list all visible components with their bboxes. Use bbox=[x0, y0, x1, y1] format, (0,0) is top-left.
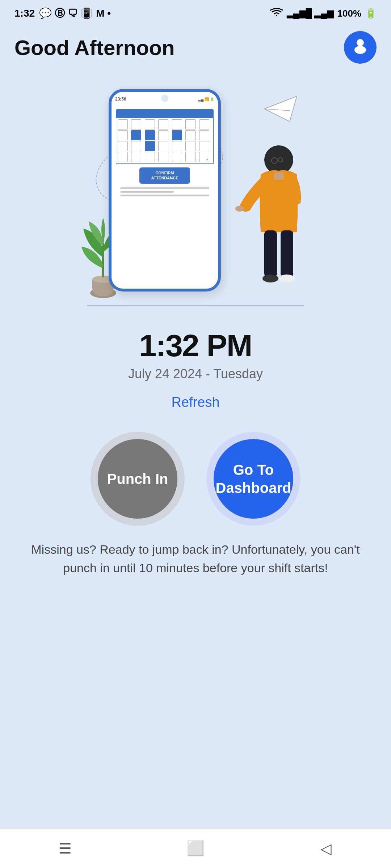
cal-cell: ✓ bbox=[199, 152, 209, 162]
header: Good Afternoon bbox=[0, 24, 391, 67]
cal-cell bbox=[199, 130, 209, 140]
cal-cell-blue bbox=[131, 130, 141, 140]
cal-cell bbox=[185, 141, 196, 151]
status-left: 1:32 💬 Ⓑ 🗨 📳 M • bbox=[14, 7, 111, 20]
cal-cell bbox=[118, 141, 128, 151]
time-section: 1:32 PM July 24 2024 - Tuesday Refresh bbox=[0, 313, 391, 410]
refresh-button[interactable]: Refresh bbox=[171, 395, 219, 410]
current-time: 1:32 PM bbox=[14, 328, 377, 363]
cal-cell bbox=[118, 119, 128, 129]
cal-cell bbox=[158, 119, 168, 129]
illustration-container: 23:56 ▂▄ 📶 🔋 bbox=[87, 82, 304, 313]
illustration-area: 23:56 ▂▄ 📶 🔋 bbox=[0, 67, 391, 313]
cal-cell-blue bbox=[145, 130, 155, 140]
phone-content: ✓ CONFIRMATTENDANCE bbox=[112, 106, 218, 202]
cal-cell bbox=[172, 152, 182, 162]
buttons-row: Punch In Go To Dashboard bbox=[0, 410, 391, 537]
warning-message: Missing us? Ready to jump back in? Unfor… bbox=[0, 537, 391, 592]
svg-rect-10 bbox=[274, 173, 283, 180]
svg-point-11 bbox=[235, 206, 244, 212]
cal-cell bbox=[131, 119, 141, 129]
status-bar: 1:32 💬 Ⓑ 🗨 📳 M • ▂▄▆█ ▂▄▆ 100% 🔋 bbox=[0, 0, 391, 24]
cal-cell-blue bbox=[145, 141, 155, 151]
status-time: 1:32 bbox=[14, 8, 35, 19]
phone-mockup: 23:56 ▂▄ 📶 🔋 bbox=[109, 89, 221, 292]
calendar-grid: ✓ bbox=[116, 118, 214, 164]
cal-cell bbox=[131, 152, 141, 162]
cal-cell bbox=[118, 152, 128, 162]
user-icon bbox=[351, 36, 369, 59]
cal-cell bbox=[185, 152, 196, 162]
cal-cell bbox=[145, 119, 155, 129]
svg-point-1 bbox=[354, 46, 366, 54]
cal-cell bbox=[158, 152, 168, 162]
current-date: July 24 2024 - Tuesday bbox=[14, 366, 377, 382]
cal-cell bbox=[158, 130, 168, 140]
back-nav-button[interactable]: ◁ bbox=[311, 834, 340, 863]
bottom-navigation: ☰ ⬜ ◁ bbox=[0, 828, 391, 868]
svg-marker-5 bbox=[264, 96, 297, 122]
cal-cell bbox=[185, 130, 196, 140]
svg-point-14 bbox=[262, 275, 278, 282]
phone-notch bbox=[161, 95, 168, 102]
svg-rect-12 bbox=[264, 230, 277, 277]
signal-icons: ▂▄▆█ ▂▄▆ bbox=[287, 8, 334, 18]
paper-plane-illustration bbox=[264, 96, 297, 123]
battery-icon: 🔋 bbox=[365, 8, 377, 19]
dashboard-wrapper[interactable]: Go To Dashboard bbox=[206, 432, 300, 526]
phone-lines bbox=[120, 187, 209, 196]
notification-icons: 💬 Ⓑ 🗨 📳 M • bbox=[39, 7, 111, 20]
person-illustration bbox=[232, 131, 304, 306]
wifi-icon bbox=[270, 8, 283, 20]
go-to-dashboard-button[interactable]: Go To Dashboard bbox=[214, 439, 293, 519]
punch-in-wrapper[interactable]: Punch In bbox=[91, 432, 185, 526]
svg-rect-13 bbox=[281, 230, 293, 277]
cal-cell bbox=[199, 141, 209, 151]
confirm-attendance-button: CONFIRMATTENDANCE bbox=[139, 167, 190, 184]
cal-cell bbox=[172, 141, 182, 151]
punch-in-button[interactable]: Punch In bbox=[98, 439, 177, 519]
battery-text: 100% bbox=[337, 8, 362, 19]
calendar-header bbox=[116, 109, 214, 118]
greeting-text: Good Afternoon bbox=[14, 35, 175, 60]
avatar-button[interactable] bbox=[344, 31, 377, 64]
cal-cell bbox=[158, 141, 168, 151]
menu-nav-button[interactable]: ☰ bbox=[51, 834, 80, 863]
cal-cell-blue bbox=[172, 130, 182, 140]
status-right: ▂▄▆█ ▂▄▆ 100% 🔋 bbox=[270, 8, 377, 20]
cal-cell bbox=[118, 130, 128, 140]
cal-cell bbox=[131, 141, 141, 151]
home-nav-button[interactable]: ⬜ bbox=[181, 834, 210, 863]
cal-cell bbox=[145, 152, 155, 162]
svg-point-0 bbox=[357, 39, 364, 46]
cal-cell bbox=[172, 119, 182, 129]
cal-cell bbox=[199, 119, 209, 129]
cal-cell bbox=[185, 119, 196, 129]
svg-point-15 bbox=[279, 275, 295, 282]
